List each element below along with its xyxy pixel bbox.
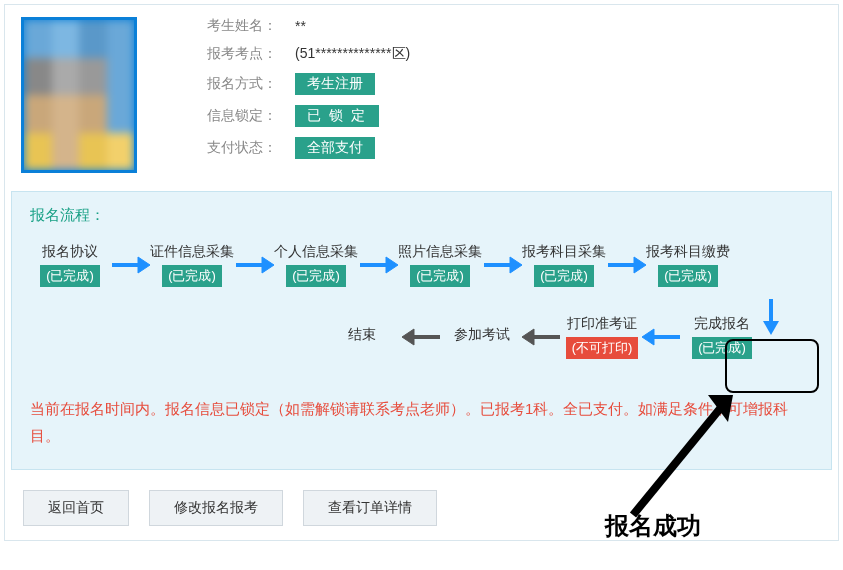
svg-marker-7 — [642, 329, 654, 345]
arrow-right-icon — [234, 253, 274, 277]
field-lock: 信息锁定： 已 锁 定 — [197, 105, 822, 127]
field-method: 报名方式： 考生注册 — [197, 73, 822, 95]
home-button[interactable]: 返回首页 — [23, 490, 129, 526]
bottom-button-bar: 返回首页 修改报名报考 查看订单详情 — [5, 476, 838, 540]
label-site: 报考考点： — [197, 45, 277, 63]
callout-label: 报名成功 — [605, 510, 701, 542]
label-lock: 信息锁定： — [197, 107, 277, 125]
candidate-info-section: 考生姓名： ** 报考考点： (51**************区) 报名方式：… — [5, 5, 838, 185]
arrow-right-icon — [606, 253, 646, 277]
step-subject: 报考科目采集 (已完成) — [522, 243, 606, 287]
arrow-right-icon — [482, 253, 522, 277]
orders-button[interactable]: 查看订单详情 — [303, 490, 437, 526]
step-personal: 个人信息采集 (已完成) — [274, 243, 358, 287]
svg-marker-5 — [402, 329, 414, 345]
label-pay: 支付状态： — [197, 139, 277, 157]
field-site: 报考考点： (51**************区) — [197, 45, 822, 63]
candidate-photo — [21, 17, 137, 173]
badge-method: 考生注册 — [295, 73, 375, 95]
step-fee: 报考科目缴费 (已完成) — [646, 243, 730, 287]
step-print: 打印准考证 (不可打印) — [562, 315, 642, 359]
badge-lock: 已 锁 定 — [295, 105, 379, 127]
arrow-left-icon — [402, 325, 442, 349]
status-message: 当前在报名时间内。报名信息已锁定（如需解锁请联系考点老师）。已报考1科。全已支付… — [30, 395, 813, 449]
svg-marker-1 — [262, 257, 274, 273]
field-pay: 支付状态： 全部支付 — [197, 137, 822, 159]
svg-marker-8 — [763, 321, 779, 335]
arrow-left-icon — [642, 325, 682, 349]
svg-marker-2 — [386, 257, 398, 273]
step-agreement: 报名协议 (已完成) — [30, 243, 110, 287]
step-photo: 照片信息采集 (已完成) — [398, 243, 482, 287]
info-fields: 考生姓名： ** 报考考点： (51**************区) 报名方式：… — [197, 17, 822, 173]
svg-marker-4 — [634, 257, 646, 273]
field-name: 考生姓名： ** — [197, 17, 822, 35]
value-site: (51**************区) — [295, 45, 410, 63]
flow-title: 报名流程： — [30, 206, 813, 225]
svg-marker-6 — [522, 329, 534, 345]
label-method: 报名方式： — [197, 75, 277, 93]
svg-marker-0 — [138, 257, 150, 273]
svg-marker-3 — [510, 257, 522, 273]
step-finish: 完成报名 (已完成) — [682, 315, 762, 359]
value-name: ** — [295, 18, 306, 34]
step-exam: 参加考试 — [442, 326, 522, 348]
flow-rows: 报名协议 (已完成) 证件信息采集 (已完成) 个人信息采集 (已完成) 照片信… — [30, 243, 813, 359]
label-name: 考生姓名： — [197, 17, 277, 35]
arrow-right-icon — [110, 253, 150, 277]
step-id-collect: 证件信息采集 (已完成) — [150, 243, 234, 287]
badge-pay: 全部支付 — [295, 137, 375, 159]
flow-row-2: 结束 参加考试 打印准考证 (不可打印) 完成报名 (已完成) — [322, 315, 813, 359]
arrow-left-icon — [522, 325, 562, 349]
step-end: 结束 — [322, 326, 402, 348]
main-container: 考生姓名： ** 报考考点： (51**************区) 报名方式：… — [4, 4, 839, 541]
modify-button[interactable]: 修改报名报考 — [149, 490, 283, 526]
arrow-down-icon — [759, 297, 783, 335]
flow-row-1: 报名协议 (已完成) 证件信息采集 (已完成) 个人信息采集 (已完成) 照片信… — [30, 243, 813, 287]
flow-section: 报名流程： 报名协议 (已完成) 证件信息采集 (已完成) 个人信息采集 (已完… — [11, 191, 832, 470]
arrow-right-icon — [358, 253, 398, 277]
